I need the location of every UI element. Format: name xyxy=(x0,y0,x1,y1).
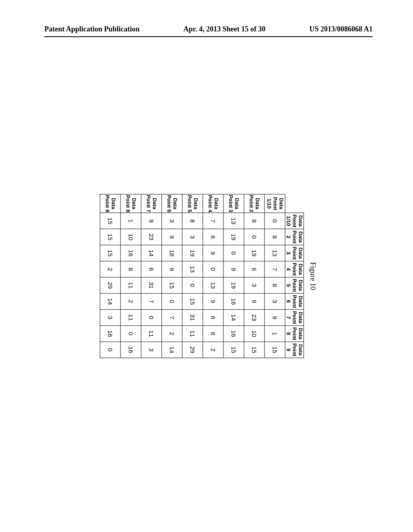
cell: 15 xyxy=(162,277,182,293)
cell: 3 xyxy=(182,229,203,245)
cell: 1 xyxy=(265,326,285,342)
cell: 13 xyxy=(203,277,223,293)
cell: 3 xyxy=(265,293,285,310)
cell: 0 xyxy=(265,213,285,229)
cell: 19 xyxy=(244,245,265,261)
cell: 31 xyxy=(141,277,162,293)
col-header: Data Point 8 xyxy=(285,326,304,342)
table-row: Data Point 9 15 15 15 2 29 14 3 16 0 xyxy=(100,194,121,358)
cell: 13 xyxy=(265,245,285,261)
cell: 3 xyxy=(162,213,182,229)
cell: 19 xyxy=(223,229,244,245)
table-row: Data Point 7 9 23 14 6 31 7 0 11 3 xyxy=(141,194,162,358)
cell: 29 xyxy=(100,277,121,293)
cell: 10 xyxy=(121,229,141,245)
cell: 8 xyxy=(265,229,285,245)
col-header: Data Point 5 xyxy=(285,277,304,293)
cell: 7 xyxy=(141,293,162,310)
cell: 18 xyxy=(223,293,244,310)
table-row: Data Point 6 3 9 18 9 15 0 7 2 14 xyxy=(162,194,182,358)
cell: 15 xyxy=(100,213,121,229)
cell: 9 xyxy=(141,213,162,229)
table-corner-cell xyxy=(285,194,304,213)
cell: 6 xyxy=(244,261,265,277)
table-row: Data Point 8 1 10 16 8 11 2 11 0 16 xyxy=(121,194,141,358)
page-header: Patent Application Publication Apr. 4, 2… xyxy=(44,25,373,33)
row-header: Data Point 9 xyxy=(100,194,121,213)
cell: 3 xyxy=(244,277,265,293)
cell: 11 xyxy=(121,310,141,326)
page: Patent Application Publication Apr. 4, 2… xyxy=(0,0,413,532)
cell: 8 xyxy=(265,277,285,293)
header-right: US 2013/0086068 A1 xyxy=(309,25,373,33)
table-row: Data Point 2 8 0 19 6 3 9 23 10 15 xyxy=(244,194,265,358)
cell: 6 xyxy=(203,229,223,245)
table-row: Data Point 5 8 3 19 13 0 15 31 11 29 xyxy=(182,194,203,358)
row-header: Data Point 3 xyxy=(223,194,244,213)
cell: 29 xyxy=(182,342,203,358)
cell: 11 xyxy=(182,326,203,342)
cell: 0 xyxy=(162,293,182,310)
cell: 8 xyxy=(121,261,141,277)
row-header: Data Point 1/10 xyxy=(265,194,285,213)
table-body: Data Point 1/10 0 8 13 7 8 3 9 1 15 Data… xyxy=(100,194,285,358)
cell: 0 xyxy=(203,261,223,277)
cell: 9 xyxy=(244,293,265,310)
row-header: Data Point 8 xyxy=(121,194,141,213)
header-center: Apr. 4, 2013 Sheet 15 of 30 xyxy=(184,25,265,33)
row-header: Data Point 4 xyxy=(203,194,223,213)
col-header: Data Point 9 xyxy=(285,342,304,358)
cell: 11 xyxy=(121,277,141,293)
cell: 2 xyxy=(121,293,141,310)
col-header: Data Point 2 xyxy=(285,229,304,245)
cell: 6 xyxy=(203,310,223,326)
cell: 14 xyxy=(162,342,182,358)
cell: 0 xyxy=(141,310,162,326)
cell: 8 xyxy=(182,213,203,229)
data-table: Data Point 1/10 Data Point 2 Data Point … xyxy=(100,194,304,358)
header-rule xyxy=(44,36,373,37)
cell: 6 xyxy=(141,261,162,277)
cell: 0 xyxy=(121,326,141,342)
cell: 11 xyxy=(141,326,162,342)
cell: 0 xyxy=(182,277,203,293)
cell: 9 xyxy=(162,261,182,277)
figure-area: Figure 10 Data Point 1/10 Data Point 2 D… xyxy=(44,60,373,492)
row-header: Data Point 5 xyxy=(182,194,203,213)
cell: 1 xyxy=(121,213,141,229)
cell: 7 xyxy=(203,213,223,229)
header-left: Patent Application Publication xyxy=(44,25,140,33)
cell: 14 xyxy=(223,310,244,326)
figure-caption: Figure 10 xyxy=(309,194,317,358)
rotated-figure: Figure 10 Data Point 1/10 Data Point 2 D… xyxy=(100,194,317,358)
cell: 15 xyxy=(244,342,265,358)
cell: 7 xyxy=(162,310,182,326)
cell: 15 xyxy=(265,342,285,358)
cell: 7 xyxy=(265,261,285,277)
cell: 2 xyxy=(100,261,121,277)
cell: 9 xyxy=(223,261,244,277)
cell: 3 xyxy=(141,342,162,358)
col-header: Data Point 6 xyxy=(285,293,304,310)
cell: 0 xyxy=(223,245,244,261)
cell: 0 xyxy=(100,342,121,358)
col-header: Data Point 3 xyxy=(285,245,304,261)
cell: 2 xyxy=(203,342,223,358)
cell: 13 xyxy=(182,261,203,277)
row-header: Data Point 2 xyxy=(244,194,265,213)
cell: 2 xyxy=(162,326,182,342)
cell: 31 xyxy=(182,310,203,326)
cell: 9 xyxy=(203,293,223,310)
row-header: Data Point 6 xyxy=(162,194,182,213)
cell: 23 xyxy=(244,310,265,326)
cell: 8 xyxy=(244,213,265,229)
cell: 3 xyxy=(100,310,121,326)
cell: 9 xyxy=(162,229,182,245)
cell: 14 xyxy=(141,245,162,261)
cell: 16 xyxy=(100,326,121,342)
cell: 8 xyxy=(203,326,223,342)
cell: 9 xyxy=(265,310,285,326)
table-header-row: Data Point 1/10 Data Point 2 Data Point … xyxy=(285,194,304,358)
col-header: Data Point 7 xyxy=(285,310,304,326)
cell: 9 xyxy=(203,245,223,261)
